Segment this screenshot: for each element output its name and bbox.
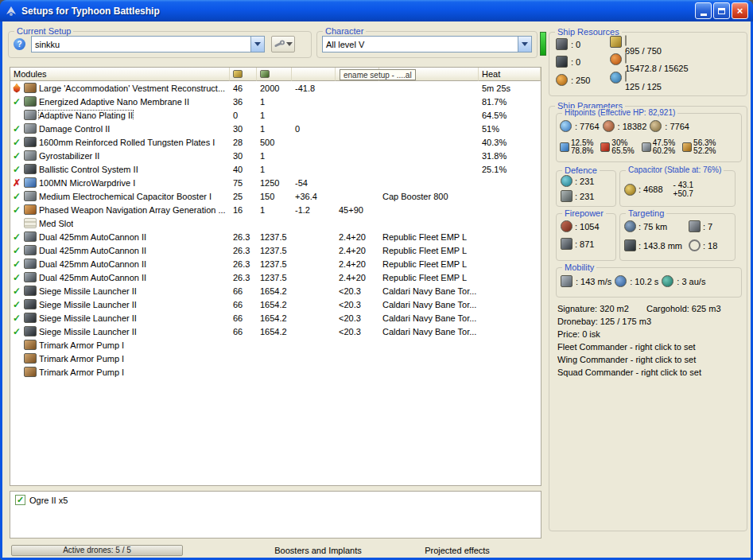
cell-cpu: 26.3 — [230, 232, 257, 242]
table-row[interactable]: Trimark Armor Pump I — [10, 338, 541, 352]
table-row[interactable]: Dual 425mm AutoCannon II 26.3 1237.5 2.4… — [10, 257, 541, 270]
module-name: Ballistic Control System II — [39, 165, 138, 174]
cell-misc: 45+90 — [336, 205, 379, 215]
mobility-group: Mobility : 143 m/s : 10.2 s : 3 au/s — [556, 267, 742, 298]
table-row[interactable]: Damage Control II 30 1 0 51% — [10, 122, 541, 135]
capacitor-icon — [624, 184, 636, 196]
status-icon — [12, 300, 21, 309]
minimize-button[interactable] — [695, 2, 712, 19]
table-row[interactable]: Med Slot — [10, 216, 541, 230]
cell-cpu: 30 — [230, 124, 257, 134]
cell-cpu: 16 — [230, 205, 257, 215]
module-name: Medium Electrochemical Capacitor Booster… — [39, 192, 212, 201]
cell-capacitor: 0 — [292, 124, 336, 134]
status-icon — [12, 286, 21, 296]
cell-cpu: 25 — [230, 192, 257, 201]
table-row[interactable]: Trimark Armor Pump I — [10, 365, 541, 379]
cell-cpu: 75 — [230, 178, 257, 188]
module-icon — [24, 123, 37, 134]
status-icon — [12, 368, 21, 377]
cell-charges: Republic Fleet EMP L — [379, 246, 479, 255]
module-icon — [24, 177, 37, 188]
module-table: Modules Charges Heat Large 'Accommodatio… — [10, 67, 541, 486]
module-name: Dual 425mm AutoCannon II — [39, 246, 146, 255]
setup-select-button[interactable] — [250, 37, 264, 52]
cell-heat: 5m 25s — [479, 84, 541, 93]
module-icon — [24, 340, 37, 350]
cell-powergrid: 1654.2 — [257, 327, 292, 336]
mobility-values: : 143 m/s : 10.2 s : 3 au/s — [561, 275, 705, 287]
module-icon — [24, 259, 37, 269]
fleet-commander-slot[interactable]: Fleet Commander - right click to set — [557, 342, 721, 352]
launcher-hardpoint-icon — [556, 56, 568, 68]
table-row[interactable]: Dual 425mm AutoCannon II 26.3 1237.5 2.4… — [10, 270, 541, 284]
table-row[interactable]: Gyrostabilizer II 30 1 31.8% — [10, 149, 541, 162]
table-row[interactable]: Energized Adaptive Nano Membrane II 36 1… — [10, 95, 541, 108]
help-icon[interactable]: ? — [14, 38, 25, 50]
tab-projected-effects[interactable]: Projected effects — [394, 546, 521, 555]
cell-charges: Caldari Navy Bane Tor... — [379, 327, 479, 336]
table-row[interactable]: Adaptive Nano Plating II 0 1 64.5% — [10, 108, 541, 122]
status-icon — [12, 273, 21, 282]
table-row[interactable]: Siege Missile Launcher II 66 1654.2 <20.… — [10, 284, 541, 298]
column-header-cpu[interactable] — [230, 68, 257, 81]
column-header-powergrid[interactable] — [257, 68, 292, 81]
table-row[interactable]: 1600mm Reinforced Rolled Tungsten Plates… — [10, 135, 541, 149]
capacitor-values: : 4688 - 43.1 +50.7 — [624, 181, 693, 198]
column-header-heat[interactable]: Heat — [479, 68, 541, 81]
table-row[interactable]: Phased Weapon Navigation Array Generatio… — [10, 203, 541, 216]
firepower-dps: : 871 — [561, 238, 594, 250]
calibration-bar-icon — [610, 72, 622, 84]
checkbox-checked-icon[interactable]: ✓ — [15, 495, 25, 505]
character-select-button[interactable] — [518, 37, 531, 52]
character-select[interactable]: All level V — [322, 36, 532, 52]
cell-misc: <20.3 — [336, 327, 379, 336]
cell-powergrid: 500 — [257, 138, 292, 147]
drone-item[interactable]: ✓ Ogre II x5 — [15, 495, 536, 505]
current-setup-label: Current Setup — [14, 26, 73, 36]
cell-cpu: 0 — [230, 111, 257, 120]
table-row[interactable]: Dual 425mm AutoCannon II 26.3 1237.5 2.4… — [10, 243, 541, 257]
column-header-capacitor[interactable] — [292, 68, 336, 81]
defence-label: Defence — [562, 165, 600, 175]
tab-boosters-implants[interactable]: Boosters and Implants — [239, 546, 398, 555]
module-icon — [24, 245, 37, 255]
table-row[interactable]: Siege Missile Launcher II 66 1654.2 <20.… — [10, 311, 541, 325]
shield-recharge-icon — [561, 175, 573, 187]
cell-heat: 51% — [479, 124, 541, 134]
armor-repair-icon — [561, 190, 573, 202]
table-row[interactable]: Siege Missile Launcher II 66 1654.2 <20.… — [10, 298, 541, 311]
dronebay-value: Dronebay: 125 / 175 m3 — [557, 317, 721, 326]
targeting-row-2: : 143.8 mm : 18 — [624, 239, 717, 251]
table-row[interactable]: Large 'Accommodation' Vestment Reconstru… — [10, 81, 541, 95]
ship-parameters-group: Ship Parameters Hitpoints (Effective HP:… — [549, 106, 747, 531]
cell-charges: Republic Fleet EMP L — [379, 259, 479, 269]
table-row[interactable]: Dual 425mm AutoCannon II 26.3 1237.5 2.4… — [10, 230, 541, 243]
squad-commander-slot[interactable]: Squad Commander - right click to set — [557, 368, 721, 377]
cell-powergrid: 1237.5 — [257, 259, 292, 269]
tab-active-drones[interactable]: Active drones: 5 / 5 — [11, 545, 183, 556]
table-row[interactable]: 100MN MicroWarpdrive I 75 1250 -54 — [10, 176, 541, 189]
wrench-icon — [274, 40, 285, 49]
wing-commander-slot[interactable]: Wing Commander - right click to set — [557, 355, 721, 364]
titlebar[interactable]: Setups for Typhoon Battleship × — [0, 0, 753, 21]
cell-cpu: 36 — [230, 97, 257, 107]
close-icon: × — [737, 5, 743, 17]
table-row[interactable]: Siege Missile Launcher II 66 1654.2 <20.… — [10, 325, 541, 338]
cpu-icon — [233, 70, 243, 78]
table-row[interactable]: Medium Electrochemical Capacitor Booster… — [10, 189, 541, 203]
table-row[interactable]: Ballistic Control System II 40 1 25.1% — [10, 162, 541, 176]
column-header-modules[interactable]: Modules — [10, 68, 230, 81]
maximize-button[interactable] — [713, 2, 730, 19]
status-icon — [12, 165, 21, 174]
close-button[interactable]: × — [732, 2, 748, 19]
shield-icon — [560, 120, 572, 132]
cell-misc: 2.4+20 — [336, 246, 379, 255]
table-row[interactable]: Trimark Armor Pump I — [10, 352, 541, 365]
setup-select[interactable]: sinkku — [31, 36, 265, 52]
chevron-down-icon — [254, 42, 261, 46]
setup-tools-button[interactable] — [271, 36, 295, 52]
status-icon — [12, 340, 21, 350]
cell-cpu: 30 — [230, 151, 257, 161]
module-name: Dual 425mm AutoCannon II — [39, 273, 146, 282]
